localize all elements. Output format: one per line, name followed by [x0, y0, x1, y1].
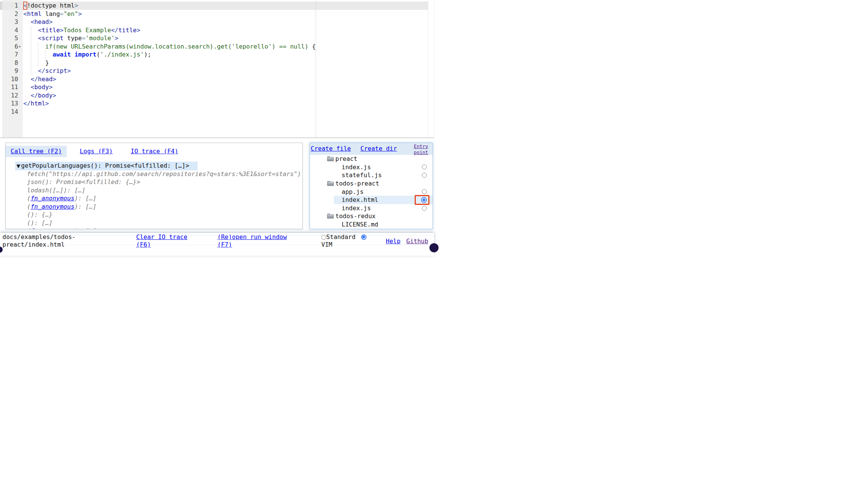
line-number: 10: [0, 75, 18, 83]
code-text: await import('./index.js');: [24, 50, 151, 59]
mode-label-standard[interactable]: Standard: [326, 233, 355, 241]
reopen-run-window-link[interactable]: (Re)open run window (F7): [217, 233, 291, 247]
code-line[interactable]: 8 }: [0, 59, 428, 67]
call-tree-text: getPopularLanguages(): Promise<fulfilled…: [21, 162, 189, 169]
code-line[interactable]: 9 </script>: [0, 67, 428, 75]
create-file-link[interactable]: Create file: [311, 144, 351, 153]
code-token-bracket: </: [31, 92, 38, 99]
code-token-kw: await: [53, 51, 71, 58]
file-tree-row-index-js[interactable]: index.js: [310, 204, 432, 212]
collapse-arrow-icon[interactable]: ▼: [17, 162, 21, 170]
entry-point-link[interactable]: Entry point: [411, 143, 428, 156]
code-token-bracket: >: [53, 92, 57, 99]
entry-point-radio-holder: [418, 188, 428, 196]
call-tree-row[interactable]: (): {…}: [6, 211, 302, 219]
code-line[interactable]: 4 <title>Todos Example</title>: [0, 26, 428, 35]
call-tree-row[interactable]: fetch("https://api.github.com/search/rep…: [6, 170, 302, 178]
file-tree-row-index-js[interactable]: index.js: [310, 163, 432, 171]
line-number: 2: [0, 10, 18, 18]
line-number: 14: [0, 108, 18, 116]
code-line[interactable]: 1<!doctype html>: [0, 2, 428, 10]
code-line[interactable]: 14: [0, 108, 428, 116]
code-token-tag: title: [118, 27, 137, 34]
code-line[interactable]: 2<html lang="en">: [0, 10, 428, 18]
code-line[interactable]: 5 <script type='module'>: [0, 34, 428, 42]
file-tree-row-stateful-js[interactable]: stateful.js: [310, 171, 432, 179]
github-link[interactable]: Github: [406, 238, 428, 245]
call-tree-text: lodash([…]): […]: [27, 187, 85, 194]
fn-anonymous-link[interactable]: fn_anonymous: [31, 227, 75, 229]
folder-name: todos-redux: [335, 212, 376, 220]
tab-io-trace-f4[interactable]: IO trace (F4): [126, 146, 183, 157]
code-token-bracket: <: [24, 10, 27, 17]
code-token-kw: import: [74, 51, 96, 58]
call-tree-row[interactable]: (fn_anonymous): […]: [6, 203, 302, 211]
call-tree-row[interactable]: ▼getPopularLanguages(): Promise<fulfille…: [6, 162, 302, 170]
entry-point-radio-holder: [418, 163, 428, 171]
code-line[interactable]: 6 if(new URLSearchParams(window.location…: [0, 42, 428, 51]
line-number: 6: [0, 42, 18, 51]
call-tree-text: (: [27, 195, 31, 202]
mode-radio-vim[interactable]: [361, 234, 366, 240]
call-tree-row[interactable]: lodash([…]): […]: [6, 186, 302, 195]
tab-logs-f3[interactable]: Logs (F3): [75, 146, 118, 157]
code-token-green: 'module': [85, 35, 115, 42]
help-link[interactable]: Help: [386, 238, 401, 245]
code-text: </body>: [24, 91, 57, 100]
call-tree-row[interactable]: (fn_anonymous): […]: [6, 194, 302, 203]
code-token-bracket: <: [38, 35, 42, 42]
mode-radio-standard[interactable]: [321, 235, 326, 240]
entry-point-radio[interactable]: [422, 165, 427, 170]
file-tree: preactindex.jsstateful.jstodos-preactapp…: [310, 155, 432, 229]
entry-point-radio-holder: [418, 204, 428, 212]
code-token-plain: (: [96, 51, 100, 58]
code-line[interactable]: 11 <body>: [0, 83, 428, 91]
code-token-bracket: <: [31, 18, 35, 25]
call-tree-row[interactable]: (fn_anonymous): […]: [6, 227, 302, 229]
code-token-tag: head: [38, 76, 53, 83]
fn-anonymous-link[interactable]: fn_anonymous: [31, 195, 75, 202]
entry-point-radio[interactable]: [422, 173, 427, 178]
file-tree-row-index-html[interactable]: index.html: [310, 196, 432, 204]
call-tree-text: ): […]: [74, 195, 96, 202]
code-token-tag: body: [38, 92, 53, 99]
file-browser-header: Create file Create dir Entry point: [310, 143, 432, 155]
call-tree-row[interactable]: (): […]: [6, 219, 302, 227]
entry-point-radio[interactable]: [422, 206, 427, 211]
file-name: index.html: [342, 196, 378, 203]
code-token-bracket: >: [78, 10, 82, 17]
code-line[interactable]: 10 </head>: [0, 75, 428, 83]
code-text: }: [24, 59, 49, 67]
code-token-plain: [24, 76, 31, 83]
line-number: 4: [0, 26, 18, 35]
entry-point-radio[interactable]: [422, 189, 427, 194]
file-tree-row-license-md[interactable]: LICENSE.md: [310, 220, 432, 229]
fn-anonymous-link[interactable]: fn_anonymous: [31, 203, 75, 210]
code-line[interactable]: 13</html>: [0, 99, 428, 108]
line-number: 5: [0, 34, 18, 42]
code-token-bracket: >: [137, 27, 140, 34]
code-line[interactable]: 12 </body>: [0, 91, 428, 100]
code-editor[interactable]: 1<!doctype html>2<html lang="en">3 <head…: [0, 0, 434, 138]
code-token-plain: lang: [42, 10, 60, 17]
file-tree-row-todos-redux[interactable]: todos-redux: [310, 212, 432, 220]
call-tree-text: (): […]: [27, 219, 52, 227]
entry-point-radio[interactable]: [421, 197, 427, 203]
clear-io-trace-link[interactable]: Clear IO trace (F6): [136, 233, 191, 247]
create-dir-link[interactable]: Create dir: [360, 144, 397, 153]
fold-arrow-icon[interactable]: ▾: [19, 42, 23, 51]
code-token-bracket: </: [31, 76, 38, 83]
editor-lines[interactable]: 1<!doctype html>2<html lang="en">3 <head…: [0, 2, 428, 116]
code-token-plain: [24, 92, 31, 99]
tab-call-tree-f2[interactable]: Call tree (F2): [6, 146, 67, 157]
call-tree-row[interactable]: json(): Promise<fulfilled: {…}>: [6, 178, 302, 186]
file-tree-row-todos-preact[interactable]: todos-preact: [310, 179, 432, 188]
code-line[interactable]: 7 await import('./index.js');: [0, 50, 428, 59]
code-token-bracket: >: [49, 83, 53, 91]
file-tree-row-app-js[interactable]: app.js: [310, 188, 432, 196]
mode-label-vim[interactable]: VIM: [321, 241, 332, 247]
code-line[interactable]: 3 <head>: [0, 18, 428, 26]
file-tree-row-preact[interactable]: preact: [310, 155, 432, 163]
line-number: 13: [0, 99, 18, 108]
line-number: 8: [0, 59, 18, 67]
